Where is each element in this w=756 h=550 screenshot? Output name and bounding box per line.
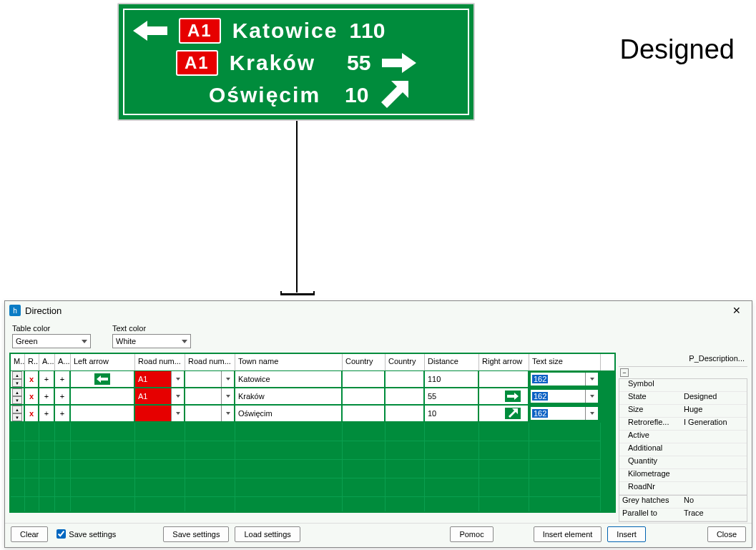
property-value[interactable] [681, 469, 747, 481]
left-arrow-cell[interactable] [71, 388, 135, 404]
distance-label: 55 [347, 51, 370, 75]
insert-button[interactable]: Insert [607, 526, 646, 542]
table-color-combo[interactable]: Green [12, 334, 91, 348]
clear-button[interactable]: Clear [11, 526, 48, 542]
save-settings-check[interactable] [57, 529, 66, 539]
right-arrow-cell[interactable] [479, 388, 529, 404]
delete-row-button[interactable]: x [25, 371, 39, 387]
right-arrow-cell[interactable] [479, 371, 529, 387]
close-button[interactable]: ✕ [726, 303, 747, 318]
dropdown-icon[interactable] [221, 371, 234, 387]
properties-header[interactable]: P_Description... [619, 353, 747, 367]
road1-cell[interactable]: A1 [135, 388, 185, 404]
country1-cell[interactable] [343, 406, 386, 421]
row-spinner[interactable]: ▲▼ [11, 406, 25, 421]
dropdown-icon[interactable] [171, 388, 184, 404]
town-cell[interactable]: Kraków [235, 388, 343, 404]
dialog-footer: Clear Save settings Save settings Load s… [5, 523, 752, 544]
property-row[interactable]: Grey hatchesNo [619, 496, 747, 509]
property-value[interactable] [681, 379, 747, 391]
help-button[interactable]: Pomoc [450, 526, 493, 542]
add-button[interactable]: + [39, 388, 55, 404]
col-header[interactable]: Road num... [185, 354, 235, 370]
col-header[interactable]: Country [386, 354, 425, 370]
col-header[interactable]: A... [55, 354, 71, 370]
country2-cell[interactable] [386, 371, 425, 387]
load-settings-button[interactable]: Load settings [235, 526, 300, 542]
property-row[interactable]: Kilometrage [619, 469, 747, 482]
property-row[interactable]: RoadNr [619, 482, 747, 495]
town-cell[interactable]: Oświęcim [235, 406, 343, 421]
textsize-cell[interactable]: 162 [529, 371, 601, 387]
dropdown-icon[interactable] [221, 388, 234, 404]
insert-element-button[interactable]: Insert element [534, 526, 602, 542]
road2-cell[interactable] [185, 406, 235, 421]
property-row[interactable]: Symbol [619, 379, 747, 392]
col-header[interactable]: R... [25, 354, 39, 370]
right-arrow-cell[interactable] [479, 406, 529, 421]
road2-cell[interactable] [185, 388, 235, 404]
property-row[interactable]: StateDesigned [619, 392, 747, 405]
property-value[interactable] [681, 431, 747, 443]
col-header[interactable]: Distance [425, 354, 479, 370]
textsize-cell[interactable]: 162 [529, 388, 601, 404]
col-header[interactable]: M.. [11, 354, 25, 370]
delete-row-button[interactable]: x [25, 406, 39, 421]
col-header[interactable]: Right arrow [479, 354, 529, 370]
row-spinner[interactable]: ▲▼ [11, 388, 25, 404]
dropdown-icon[interactable] [585, 407, 598, 420]
col-header[interactable]: Left arrow [71, 354, 135, 370]
collapse-icon[interactable]: − [620, 368, 629, 377]
col-header[interactable]: A... [39, 354, 55, 370]
add-button[interactable]: + [39, 371, 55, 387]
property-row[interactable]: Active [619, 431, 747, 443]
distance-cell[interactable]: 10 [425, 406, 479, 421]
property-row[interactable]: Parallel toTrace [619, 509, 747, 521]
save-settings-button[interactable]: Save settings [163, 526, 229, 542]
country1-cell[interactable] [343, 371, 386, 387]
town-cell[interactable]: Katowice [235, 371, 343, 387]
text-color-combo[interactable]: White [112, 334, 191, 348]
property-value[interactable] [681, 456, 747, 468]
textsize-cell[interactable]: 162 [529, 406, 601, 421]
property-value[interactable] [681, 443, 747, 456]
left-arrow-cell[interactable] [71, 371, 135, 387]
property-row[interactable]: Retrorefle...I Generation [619, 418, 747, 431]
col-header[interactable]: Text size [529, 354, 601, 370]
save-settings-checkbox[interactable]: Save settings [57, 529, 116, 539]
add-button[interactable]: + [55, 388, 71, 404]
road1-cell[interactable] [135, 406, 185, 421]
country1-cell[interactable] [343, 388, 386, 404]
dropdown-icon[interactable] [171, 371, 184, 387]
country2-cell[interactable] [386, 388, 425, 404]
row-spinner[interactable]: ▲▼ [11, 371, 25, 387]
col-header[interactable]: Town name [235, 354, 343, 370]
property-value[interactable]: I Generation [681, 418, 747, 430]
dropdown-icon[interactable] [585, 373, 598, 386]
col-header[interactable]: Road num... [135, 354, 185, 370]
distance-cell[interactable]: 110 [425, 371, 479, 387]
close-footer-button[interactable]: Close [707, 526, 746, 542]
add-button[interactable]: + [39, 406, 55, 421]
delete-row-button[interactable]: x [25, 388, 39, 404]
add-button[interactable]: + [55, 371, 71, 387]
country2-cell[interactable] [386, 406, 425, 421]
dropdown-icon[interactable] [171, 406, 184, 421]
left-arrow-cell[interactable] [71, 406, 135, 421]
dropdown-icon[interactable] [585, 390, 598, 403]
road1-cell[interactable]: A1 [135, 371, 185, 387]
property-value[interactable]: No [681, 496, 747, 508]
distance-cell[interactable]: 55 [425, 388, 479, 404]
dropdown-icon[interactable] [221, 406, 234, 421]
property-value[interactable]: Designed [681, 392, 747, 404]
col-header[interactable]: Country [343, 354, 386, 370]
property-value[interactable]: Huge [681, 405, 747, 417]
property-value[interactable] [681, 482, 747, 494]
add-button[interactable]: + [55, 406, 71, 421]
property-value[interactable]: Trace [681, 509, 747, 521]
top-controls: Table color Green Text color White [5, 320, 752, 350]
property-row[interactable]: SizeHuge [619, 405, 747, 418]
property-row[interactable]: Additional [619, 443, 747, 456]
property-row[interactable]: Quantity [619, 456, 747, 469]
road2-cell[interactable] [185, 371, 235, 387]
